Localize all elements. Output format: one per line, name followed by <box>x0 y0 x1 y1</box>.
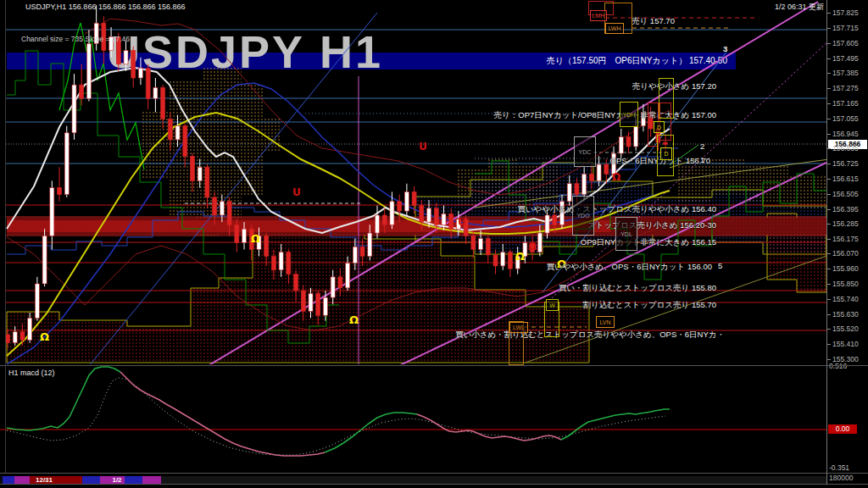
pane-separator-bottom <box>0 473 868 474</box>
session-segment <box>142 476 161 484</box>
chart-symbol-glyph: Ω <box>515 250 525 263</box>
chart-symbol-glyph: Ω <box>40 330 49 343</box>
chart-symbol-glyph: Ω <box>557 258 566 270</box>
axis-tick <box>827 344 831 345</box>
axis-tick <box>827 209 831 210</box>
chart-symbol-glyph: U <box>292 186 301 198</box>
price-axis-label: 156.615 <box>832 175 859 183</box>
session-segment <box>3 476 14 484</box>
price-axis-label: 156.175 <box>832 235 859 243</box>
time-axis[interactable]: 12/311/2 <box>0 476 826 484</box>
price-axis-label: 156.285 <box>832 219 859 228</box>
main-plot[interactable]: ΩΩΩΩΩUUUΩΩ <box>6 2 830 366</box>
macd-axis-extra: 180000 <box>829 474 853 482</box>
axis-tick <box>827 194 831 195</box>
axis-tick <box>827 314 831 315</box>
axis-tick <box>827 148 831 149</box>
price-axis-label: 155.520 <box>832 324 859 333</box>
date-label: 12/31 <box>36 476 53 484</box>
price-axis-label: 156.070 <box>832 249 859 258</box>
chart-left-border <box>5 0 6 473</box>
price-axis[interactable]: 156.866 0.00 0.516 -0.351 180000 157.825… <box>827 0 868 488</box>
price-axis-label: 156.835 <box>832 144 859 152</box>
axis-tick <box>827 164 831 164</box>
price-axis-label: 155.300 <box>832 355 859 363</box>
date-label: 1/2 <box>112 476 121 484</box>
session-segment <box>82 476 100 484</box>
axis-tick <box>827 224 831 225</box>
window-bottom-edge <box>0 484 868 485</box>
mt4-chart-window: 売り（157.50円 OP6日NYカット） 157.40-50 USDJPY H… <box>0 0 868 488</box>
axis-tick <box>827 239 831 240</box>
price-axis-label: 156.945 <box>832 130 859 138</box>
price-axis-label: 155.410 <box>832 340 859 348</box>
price-axis-label: 155.630 <box>832 310 859 319</box>
axis-tick <box>827 43 831 44</box>
price-axis-label: 156.505 <box>832 190 859 198</box>
macd-axis-bottom: -0.351 <box>829 463 849 472</box>
chart-symbol-glyph: Ω <box>251 232 260 245</box>
axis-tick <box>827 103 831 104</box>
axis-tick <box>827 329 831 330</box>
chart-symbol-glyph: Ω <box>612 171 620 183</box>
axis-tick <box>827 88 831 89</box>
axis-tick <box>827 359 831 360</box>
session-segment <box>161 476 826 484</box>
axis-tick <box>827 13 831 14</box>
session-segment <box>14 476 30 484</box>
chart-symbol-glyph: U <box>458 216 466 228</box>
axis-tick <box>827 284 831 285</box>
price-axis-label: 157.055 <box>832 114 859 123</box>
price-axis-label: 157.165 <box>832 99 859 108</box>
axis-tick <box>827 253 831 254</box>
price-axis-label: 157.495 <box>832 54 859 63</box>
chart-symbol-glyph: U <box>419 141 427 152</box>
pane-separator-top <box>0 365 868 366</box>
macd-pane[interactable] <box>0 367 826 456</box>
axis-tick <box>827 299 831 300</box>
price-axis-label: 156.725 <box>832 159 859 168</box>
axis-tick <box>827 179 831 180</box>
chart-canvas[interactable]: ΩΩΩΩΩUUUΩΩ <box>0 0 868 488</box>
macd-zero-box: 0.00 <box>828 424 857 434</box>
price-axis-label: 157.825 <box>832 8 859 17</box>
price-axis-label: 157.715 <box>832 24 859 32</box>
axis-separator <box>826 0 827 485</box>
price-axis-label: 157.385 <box>832 69 859 77</box>
price-axis-label: 155.960 <box>832 264 859 273</box>
price-axis-label: 155.850 <box>832 280 859 288</box>
axis-tick <box>827 119 831 119</box>
price-axis-label: 156.395 <box>832 205 859 214</box>
axis-tick <box>827 73 831 74</box>
session-segment <box>125 476 142 484</box>
axis-tick <box>827 28 831 29</box>
price-axis-label: 157.275 <box>832 84 859 92</box>
axis-tick <box>827 269 831 269</box>
chart-symbol-glyph: Ω <box>349 313 359 326</box>
price-axis-label: 155.740 <box>832 295 859 303</box>
chart-symbol-glyph: Ω <box>528 241 537 252</box>
axis-tick <box>827 58 831 59</box>
axis-tick <box>827 134 831 135</box>
price-axis-label: 157.605 <box>832 39 859 47</box>
